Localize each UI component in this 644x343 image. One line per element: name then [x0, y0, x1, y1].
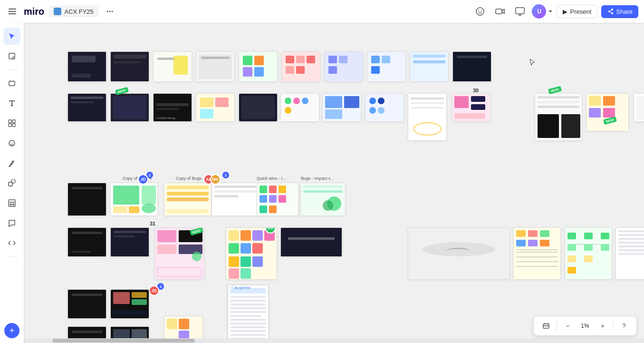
frame-row2-7[interactable] — [322, 93, 361, 122]
frame-quick-wins[interactable] — [211, 183, 259, 216]
frame-2[interactable] — [110, 51, 149, 82]
svg-point-4 — [109, 11, 110, 12]
canvas-area[interactable]: NEW! Content Recap — [24, 23, 644, 343]
frame-8[interactable] — [367, 51, 406, 82]
svg-point-3 — [106, 11, 108, 12]
zoom-in-btn[interactable]: + — [596, 319, 609, 333]
pen-tool-btn[interactable] — [3, 155, 20, 172]
frame-row2-4[interactable] — [196, 93, 235, 122]
apps-tool-btn[interactable] — [3, 115, 20, 132]
svg-rect-27 — [9, 200, 15, 206]
frame-loading[interactable] — [408, 227, 510, 280]
present-icon: ▶ — [563, 8, 567, 15]
miro-logo: miro — [24, 6, 44, 17]
frame-10[interactable] — [452, 51, 491, 82]
svg-rect-17 — [9, 81, 15, 86]
svg-point-7 — [479, 10, 480, 11]
frame-row2-9[interactable] — [452, 93, 490, 122]
frame-5[interactable] — [239, 51, 278, 82]
svg-rect-1 — [9, 11, 16, 12]
frame-9[interactable] — [410, 51, 449, 82]
svg-point-24 — [12, 142, 13, 143]
frame-bugs-impact[interactable] — [300, 183, 346, 216]
frame-row5-2[interactable] — [110, 289, 149, 319]
settings-btn[interactable] — [539, 319, 553, 333]
cursor — [529, 58, 536, 69]
help-btn[interactable]: ? — [617, 319, 631, 333]
frame-label-copy-bugs-dash: Copy of Bugs - — [176, 176, 204, 181]
text-tool-btn[interactable] — [3, 95, 20, 112]
screen-share-btn[interactable] — [512, 3, 528, 20]
nav-right: U ▶ Present Share — [472, 3, 638, 20]
frame-3[interactable] — [153, 51, 192, 82]
canvas-content: NEW! Content Recap — [24, 23, 644, 343]
sticky-note-tool-btn[interactable] — [3, 48, 20, 65]
present-button[interactable]: ▶ Present — [557, 5, 597, 19]
svg-rect-18 — [9, 120, 11, 123]
frame-row2-8[interactable] — [365, 93, 404, 122]
scrollbar-thumb[interactable] — [52, 339, 195, 343]
board-tab[interactable]: ACX FY25 — [49, 6, 98, 17]
frame-copy-bugs-dash[interactable] — [164, 183, 211, 216]
hamburger-menu[interactable] — [6, 5, 19, 18]
frame-copy-bugs-eq[interactable] — [110, 183, 158, 216]
frame-row2-2[interactable] — [110, 93, 149, 122]
code-tool-btn[interactable] — [3, 235, 20, 252]
svg-point-26 — [11, 179, 15, 183]
frame-label-bugs-impact: Bugs - Impact x... — [301, 176, 334, 181]
nav-left: miro ACX FY25 — [6, 5, 116, 18]
frame-quick-wins-dark[interactable] — [67, 183, 106, 216]
board-more-menu[interactable] — [103, 5, 116, 18]
svg-point-8 — [481, 10, 482, 11]
svg-line-14 — [610, 10, 612, 11]
frame-row4-4[interactable]: NEW! — [226, 227, 277, 280]
frame-tool-btn[interactable] — [3, 75, 20, 92]
frame-far-1[interactable] — [535, 93, 582, 141]
frame-6[interactable] — [281, 51, 320, 82]
frame-label-quick-wins: Quick wins - I... — [257, 176, 286, 181]
svg-rect-21 — [12, 124, 15, 127]
top-navigation: miro ACX FY25 — [0, 0, 644, 23]
svg-rect-20 — [9, 124, 11, 127]
frame-row5-1[interactable] — [67, 289, 106, 319]
sidebar-divider-1 — [6, 69, 18, 70]
frame-substream-1[interactable] — [67, 93, 106, 122]
horizontal-scrollbar[interactable] — [24, 338, 644, 343]
frame-number-30: 30 — [473, 88, 479, 93]
user-avatar: U — [532, 4, 546, 19]
add-to-canvas-btn[interactable]: + — [4, 323, 19, 338]
frame-diagram[interactable] — [513, 227, 561, 280]
frame-flow[interactable] — [565, 227, 612, 280]
frame-number-31: 31 — [150, 221, 155, 226]
frame-sub-stream-strategy[interactable] — [110, 227, 149, 257]
board-name: ACX FY25 — [64, 8, 93, 15]
frame-row2-5[interactable] — [239, 93, 278, 122]
svg-point-5 — [111, 11, 113, 12]
frame-7[interactable] — [324, 51, 363, 82]
user-avatar-area[interactable]: U — [532, 4, 553, 19]
frame-4[interactable] — [196, 51, 235, 82]
frame-acx-search[interactable] — [280, 227, 342, 257]
comment-tool-btn[interactable] — [3, 215, 20, 232]
emoji-reactions-btn[interactable] — [472, 3, 488, 20]
frame-miro-fy25[interactable] — [67, 51, 106, 82]
reactions-tool-btn[interactable] — [3, 135, 20, 152]
shapes-tool-btn[interactable] — [3, 175, 20, 192]
frame-far-2[interactable] — [586, 93, 629, 131]
frame-quick-wins-2[interactable] — [257, 183, 298, 216]
table-tool-btn[interactable] — [3, 195, 20, 212]
zoom-out-btn[interactable]: − — [561, 319, 574, 333]
frame-row2-ellipse[interactable] — [408, 93, 447, 141]
video-btn[interactable] — [492, 3, 508, 20]
frame-far-3[interactable] — [634, 93, 644, 122]
frame-agenda[interactable]: 📄 ag agenda — [227, 284, 269, 343]
select-tool-btn[interactable] — [3, 28, 20, 45]
svg-point-6 — [476, 8, 484, 15]
share-button[interactable]: Share — [601, 5, 638, 18]
frame-row2-6[interactable] — [280, 93, 319, 122]
frame-content-recap[interactable]: Content Recap — [153, 93, 192, 122]
frame-text-list[interactable] — [615, 227, 644, 280]
frame-row4-3[interactable]: NEW! — [154, 227, 204, 280]
frame-uxp-planning[interactable] — [67, 227, 106, 257]
svg-line-15 — [610, 12, 612, 13]
